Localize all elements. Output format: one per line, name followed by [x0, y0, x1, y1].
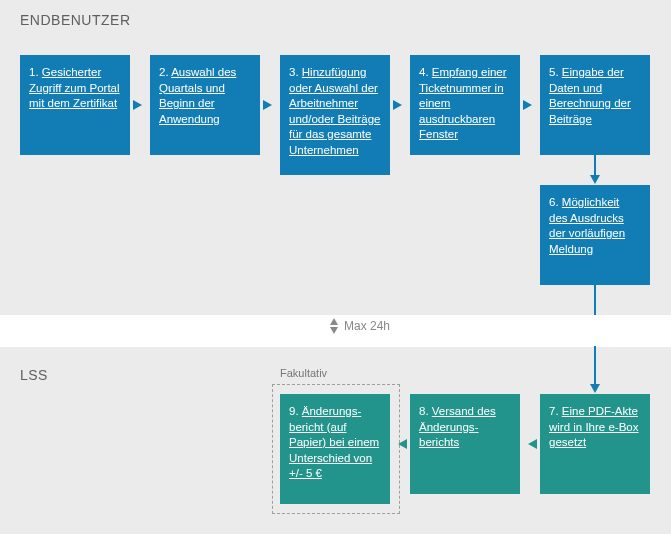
fakultativ-label: Fakultativ: [280, 367, 327, 379]
arrow-3-4: [393, 100, 402, 110]
step-6[interactable]: 6. Möglichkeit des Ausdrucks der vorläuf…: [540, 185, 650, 285]
arrow-6-7: [590, 384, 600, 393]
max-time-indicator: Max 24h: [330, 318, 390, 334]
connector-6-7b: [594, 346, 596, 386]
arrow-5-6: [590, 175, 600, 184]
connector-6-7a: [594, 285, 596, 315]
step-2[interactable]: 2. Auswahl des Quartals und Beginn der A…: [150, 55, 260, 155]
arrow-8-9: [398, 439, 407, 449]
lane-divider-bottom: [0, 346, 671, 347]
step-1[interactable]: 1. Gesicherter Zugriff zum Portal mit de…: [20, 55, 130, 155]
section-endbenutzer: ENDBENUTZER: [20, 12, 131, 28]
arrow-1-2: [133, 100, 142, 110]
step-8[interactable]: 8. Versand des Änderungs­berichts: [410, 394, 520, 494]
arrow-2-3: [263, 100, 272, 110]
max-time-label: Max 24h: [344, 319, 390, 333]
step-9[interactable]: 9. Änderungs­bericht (auf Papier) bei ei…: [280, 394, 390, 504]
arrow-4-5: [523, 100, 532, 110]
step-5[interactable]: 5. Eingabe der Daten und Berechnung der …: [540, 55, 650, 155]
step-3[interactable]: 3. Hinzufügung oder Auswahl der Arbeitne…: [280, 55, 390, 175]
connector-5-6: [594, 155, 596, 177]
arrow-7-8: [528, 439, 537, 449]
step-7[interactable]: 7. Eine PDF-Akte wird in Ihre e-Box gese…: [540, 394, 650, 494]
section-lss: LSS: [20, 367, 48, 383]
step-4[interactable]: 4. Empfang einer Ticketnummer in einem a…: [410, 55, 520, 155]
diagram-canvas: ENDBENUTZER LSS Max 24h 1. Gesicherter Z…: [0, 0, 671, 534]
